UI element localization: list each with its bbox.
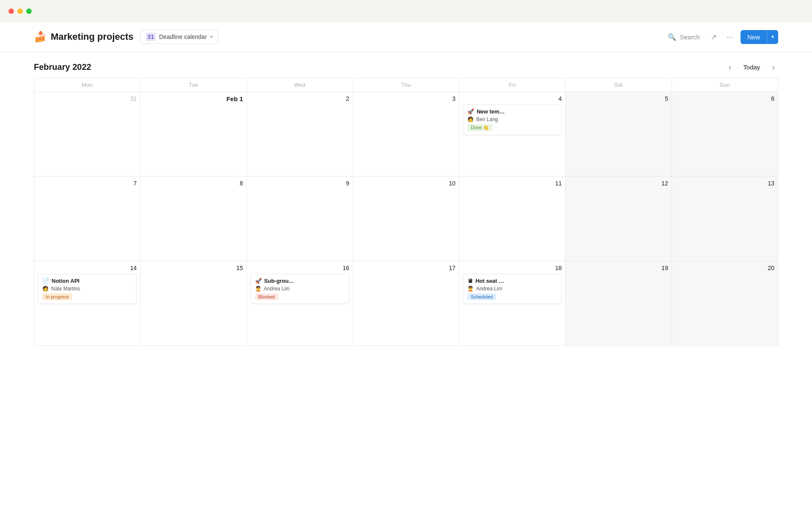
day-header-thu: Thu (353, 78, 459, 92)
page-title-text: Marketing projects (51, 31, 134, 42)
prev-month-button[interactable]: ‹ (725, 61, 735, 74)
event-person: 🧑 Ben Lang (467, 116, 557, 122)
day-cell-13: 13 (672, 177, 778, 261)
person-avatar: 🧑‍🦱 (467, 286, 474, 292)
day-number: 11 (463, 180, 562, 187)
day-cell-19: 19 (565, 261, 672, 346)
day-number: 8 (144, 180, 243, 187)
event-title: 🚀 New tem… (467, 108, 557, 115)
next-month-button[interactable]: › (768, 61, 778, 74)
day-number: 18 (463, 265, 562, 271)
day-header-fri: Fri (459, 78, 565, 92)
person-name: Ben Lang (476, 116, 498, 122)
header-actions: 🔍 Search ↗ ··· New ▾ (664, 30, 778, 44)
event-emoji: 🖥 (467, 278, 473, 284)
day-cell-7: 7 (34, 177, 140, 261)
day-number: 13 (675, 180, 774, 187)
day-cell-4: 4 🚀 New tem… 🧑 Ben Lang Done 👋 (459, 92, 565, 177)
event-title-text: Sub-grou… (264, 278, 294, 284)
calendar-header: February 2022 ‹ Today › (34, 52, 778, 78)
person-avatar: 🧑 (467, 116, 474, 122)
today-button[interactable]: Today (740, 62, 763, 72)
week-row-2: 7 8 9 10 11 12 13 (34, 177, 778, 261)
more-button[interactable]: ··· (724, 30, 735, 44)
day-number: 7 (38, 180, 137, 187)
day-number: 4 (463, 95, 562, 102)
day-header-tue: Tue (140, 78, 247, 92)
event-emoji: 🚀 (467, 108, 474, 115)
day-cell-17: 17 (353, 261, 459, 346)
new-button-dropdown-icon[interactable]: ▾ (767, 30, 778, 43)
status-badge: Scheduled (467, 293, 496, 300)
day-number: 15 (144, 265, 243, 271)
day-cell-8: 8 (140, 177, 247, 261)
event-title: 🚀 Sub-grou… (255, 278, 345, 284)
more-icon: ··· (727, 33, 733, 41)
day-cell-5: 5 (565, 92, 672, 177)
page-title: 🍰 Marketing projects (34, 31, 134, 43)
week-row-3: 14 📄 Notion API 🧑 Nate Martins In progre… (34, 261, 778, 346)
event-emoji: 🚀 (255, 278, 262, 284)
new-button[interactable]: New ▾ (741, 30, 778, 44)
month-title: February 2022 (34, 62, 725, 72)
prev-icon: ‹ (729, 62, 732, 72)
day-cell-14: 14 📄 Notion API 🧑 Nate Martins In progre… (34, 261, 140, 346)
event-card-subgroup[interactable]: 🚀 Sub-grou… 🧑‍🦱 Andrea Lim Blocked (250, 274, 349, 304)
day-cell-16: 16 🚀 Sub-grou… 🧑‍🦱 Andrea Lim Blocked (247, 261, 353, 346)
next-icon: › (772, 62, 775, 72)
day-header-wed: Wed (247, 78, 353, 92)
day-headers-row: Mon Tue Wed Thu Fri Sat Sun (34, 78, 778, 92)
day-number: 2 (250, 95, 349, 102)
person-avatar: 🧑‍🦱 (255, 286, 261, 292)
view-selector[interactable]: 31 Deadline calendar ▾ (140, 30, 218, 44)
status-badge: Blocked (255, 293, 278, 300)
event-person: 🧑‍🦱 Andrea Lim (255, 286, 345, 292)
traffic-lights (8, 8, 32, 14)
fullscreen-button[interactable] (26, 8, 32, 14)
day-cell-9: 9 (247, 177, 353, 261)
day-number: 10 (357, 180, 455, 187)
event-card-new-template[interactable]: 🚀 New tem… 🧑 Ben Lang Done 👋 (463, 105, 562, 135)
day-cell-6: 6 (672, 92, 778, 177)
status-badge: In progress (42, 293, 72, 300)
minimize-button[interactable] (17, 8, 23, 14)
event-person: 🧑 Nate Martins (42, 286, 132, 292)
day-cell-10: 10 (353, 177, 459, 261)
day-number: 14 (38, 265, 137, 271)
day-cell-11: 11 (459, 177, 565, 261)
calendar-container: February 2022 ‹ Today › Mon Tue Wed Thu … (0, 52, 812, 346)
event-person: 🧑‍🦱 Andrea Lim (467, 286, 557, 292)
search-icon: 🔍 (668, 33, 676, 41)
titlebar (0, 0, 812, 22)
calendar-grid: Mon Tue Wed Thu Fri Sat Sun 31 Feb 1 2 (34, 78, 778, 346)
day-cell-2: 2 (247, 92, 353, 177)
search-label: Search (680, 33, 700, 41)
day-cell-feb1: Feb 1 (140, 92, 247, 177)
person-name: Andrea Lim (264, 286, 290, 292)
person-name: Andrea Lim (476, 286, 502, 292)
day-number: 12 (569, 180, 668, 187)
event-card-hot-seat[interactable]: 🖥 Hot seat … 🧑‍🦱 Andrea Lim Scheduled (463, 274, 562, 304)
day-number: 20 (675, 265, 774, 271)
expand-button[interactable]: ↗ (708, 30, 719, 44)
day-header-sat: Sat (565, 78, 672, 92)
view-dropdown-icon: ▾ (210, 34, 213, 40)
status-badge: Done 👋 (467, 124, 492, 131)
day-number: 5 (569, 95, 668, 102)
person-name: Nate Martins (51, 286, 80, 292)
day-number: Feb 1 (144, 95, 243, 102)
day-number: 9 (250, 180, 349, 187)
search-button[interactable]: 🔍 Search (664, 31, 703, 43)
view-name: Deadline calendar (159, 33, 207, 40)
day-number: 6 (675, 95, 774, 102)
day-number: 17 (357, 265, 455, 271)
event-card-notion-api[interactable]: 📄 Notion API 🧑 Nate Martins In progress (38, 274, 137, 304)
day-number: 31 (38, 95, 137, 102)
day-cell-18: 18 🖥 Hot seat … 🧑‍🦱 Andrea Lim Scheduled (459, 261, 565, 346)
event-title-text: Notion API (52, 278, 80, 284)
new-button-label: New (741, 30, 767, 44)
day-number: 16 (250, 265, 349, 271)
close-button[interactable] (8, 8, 14, 14)
day-number: 19 (569, 265, 668, 271)
day-cell-20: 20 (672, 261, 778, 346)
